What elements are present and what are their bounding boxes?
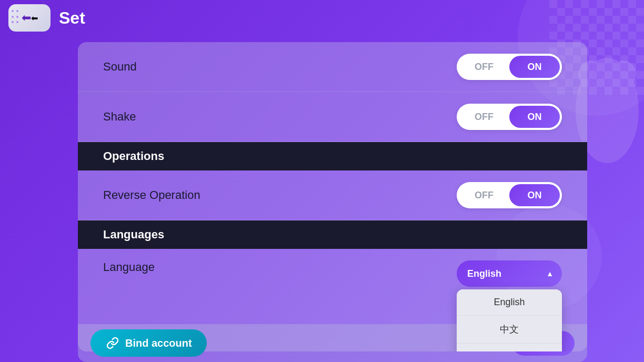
- shake-on-option[interactable]: ON: [509, 106, 560, 128]
- language-option-chinese[interactable]: 中文: [457, 316, 562, 344]
- reverse-operation-toggle[interactable]: OFF ON: [457, 182, 562, 208]
- reverse-operation-row: Reverse Operation OFF ON: [78, 170, 587, 220]
- sound-off-option[interactable]: OFF: [459, 56, 509, 78]
- sound-label: Sound: [103, 60, 137, 74]
- svg-point-5: [610, 61, 636, 87]
- bind-account-label: Bind account: [125, 337, 192, 349]
- chevron-up-icon: ▲: [546, 269, 554, 278]
- topbar: ⬅ Set: [0, 0, 644, 36]
- back-button[interactable]: ⬅: [8, 4, 51, 32]
- shake-off-option[interactable]: OFF: [459, 106, 509, 128]
- language-label: Language: [103, 260, 155, 274]
- language-row: Language English ▲ English 中文 Việt nam: [78, 249, 587, 298]
- language-dropdown: English 中文 Việt nam: [457, 289, 562, 351]
- language-select-button[interactable]: English ▲: [457, 260, 562, 287]
- bind-account-button[interactable]: Bind account: [90, 329, 207, 357]
- reverse-on-option[interactable]: ON: [509, 184, 560, 206]
- shake-setting-row: Shake OFF ON: [78, 92, 587, 142]
- back-icon: ⬅: [31, 13, 38, 23]
- shake-toggle[interactable]: OFF ON: [457, 104, 562, 130]
- reverse-off-option[interactable]: OFF: [459, 184, 509, 206]
- page-title: Set: [59, 8, 85, 28]
- language-selected-value: English: [467, 268, 501, 279]
- language-option-english[interactable]: English: [457, 289, 562, 316]
- settings-panel: Sound OFF ON Shake OFF ON Operations Rev…: [78, 42, 587, 351]
- operations-header: Operations: [78, 142, 587, 170]
- link-icon: [105, 336, 120, 350]
- reverse-operation-label: Reverse Operation: [103, 188, 200, 202]
- sound-on-option[interactable]: ON: [509, 56, 560, 78]
- language-option-vietnamese[interactable]: Việt nam: [457, 344, 562, 351]
- sound-toggle[interactable]: OFF ON: [457, 54, 562, 80]
- language-select-wrapper: English ▲ English 中文 Việt nam: [457, 260, 562, 287]
- sound-setting-row: Sound OFF ON: [78, 42, 587, 92]
- shake-label: Shake: [103, 110, 136, 124]
- languages-header: Languages: [78, 220, 587, 249]
